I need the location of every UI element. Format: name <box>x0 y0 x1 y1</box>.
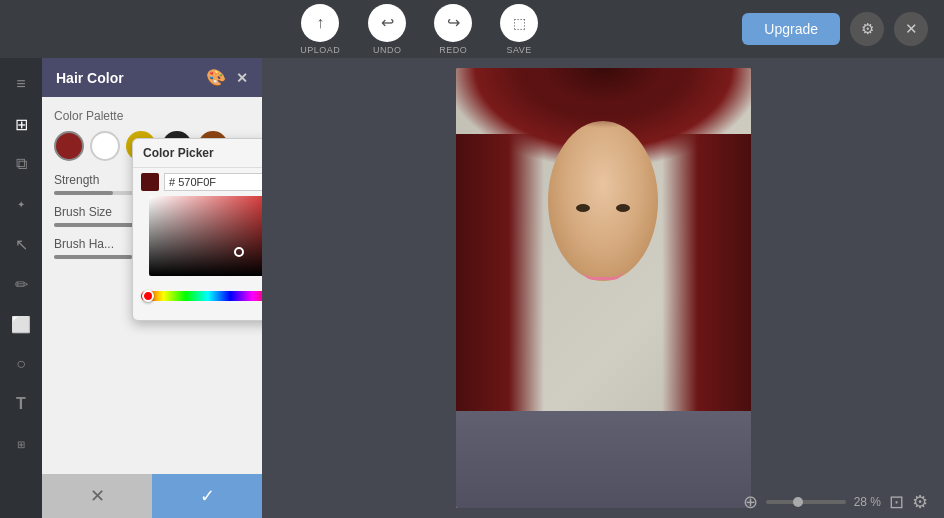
hair-color-icon: 🎨 <box>206 68 226 87</box>
top-bar: ↑ UPLOAD ↩ UNDO ↪ REDO ⬚ SAVE Upgrade ⚙ <box>0 0 944 58</box>
gradient-dark <box>149 196 262 276</box>
redo-action[interactable]: ↪ REDO <box>434 4 472 55</box>
color-palette-label: Color Palette <box>54 109 250 123</box>
cp-hex-row: ✐ / <box>133 168 262 196</box>
brush-icon: ✏ <box>15 275 28 294</box>
upgrade-button[interactable]: Upgrade <box>742 13 840 45</box>
sidebar-icon-text[interactable]: T <box>3 386 39 422</box>
undo-icon: ↩ <box>381 13 394 32</box>
cp-gradient-wrapper <box>133 196 262 276</box>
confirm-icon: ✓ <box>200 485 215 507</box>
effects-icon: ✦ <box>17 199 25 210</box>
close-button[interactable]: ✕ <box>894 12 928 46</box>
cp-hue-row <box>133 280 262 312</box>
sidebar-icon-layers[interactable]: ⧉ <box>3 146 39 182</box>
close-icon: ✕ <box>905 20 918 38</box>
redo-label: REDO <box>439 45 467 55</box>
cp-hex-input[interactable] <box>164 173 262 191</box>
cp-header: Color Picker ✕ <box>133 139 262 168</box>
upload-action[interactable]: ↑ UPLOAD <box>300 4 340 55</box>
cursor-icon: ↖ <box>15 235 28 254</box>
cp-title: Color Picker <box>143 146 214 160</box>
sidebar-icon-cursor[interactable]: ↖ <box>3 226 39 262</box>
top-bar-right: Upgrade ⚙ ✕ <box>742 12 928 46</box>
cp-gradient-area[interactable] <box>149 196 262 276</box>
fit-icon[interactable]: ⊡ <box>889 491 904 513</box>
canvas-area: ⊕ 28 % ⊡ ⚙ <box>262 58 944 518</box>
stickers-icon: ⊞ <box>17 439 25 450</box>
sidebar-icon-menu[interactable]: ≡ <box>3 66 39 102</box>
settings-button[interactable]: ⚙ <box>850 12 884 46</box>
grid-icon: ⊞ <box>15 115 28 134</box>
top-bar-actions: ↑ UPLOAD ↩ UNDO ↪ REDO ⬚ SAVE <box>300 4 538 55</box>
redo-icon: ↪ <box>447 13 460 32</box>
color-swatch-0[interactable] <box>54 131 84 161</box>
save-label: SAVE <box>506 45 531 55</box>
cancel-button[interactable]: ✕ <box>42 474 152 518</box>
sidebar-icon-brush[interactable]: ✏ <box>3 266 39 302</box>
zoom-percent: 28 % <box>854 495 881 509</box>
upload-button[interactable]: ↑ <box>301 4 339 42</box>
brush-hardness-fill <box>54 255 132 259</box>
cp-gradient-canvas <box>149 196 262 276</box>
panel: Hair Color 🎨 ✕ Color Palette Strength <box>42 58 262 518</box>
panel-title: Hair Color <box>56 70 124 86</box>
menu-icon: ≡ <box>16 75 25 93</box>
redo-button[interactable]: ↪ <box>434 4 472 42</box>
canvas-settings-icon[interactable]: ⚙ <box>912 491 928 513</box>
color-swatch-1[interactable] <box>90 131 120 161</box>
undo-button[interactable]: ↩ <box>368 4 406 42</box>
layers-icon: ⧉ <box>16 155 27 173</box>
upload-label: UPLOAD <box>300 45 340 55</box>
sidebar-icon-grid[interactable]: ⊞ <box>3 106 39 142</box>
save-icon: ⬚ <box>513 15 526 31</box>
photo-eyes <box>563 200 643 216</box>
sidebar-icon-stickers[interactable]: ⊞ <box>3 426 39 462</box>
zoom-slider[interactable] <box>766 500 846 504</box>
shapes-icon: ○ <box>16 355 26 373</box>
strength-fill <box>54 191 113 195</box>
panel-close-icon[interactable]: ✕ <box>236 70 248 86</box>
confirm-button[interactable]: ✓ <box>152 474 262 518</box>
undo-action[interactable]: ↩ UNDO <box>368 4 406 55</box>
save-action[interactable]: ⬚ SAVE <box>500 4 538 55</box>
text-icon: T <box>16 395 26 413</box>
sidebar-icon-frame[interactable]: ⬜ <box>3 306 39 342</box>
upload-icon: ↑ <box>316 14 324 32</box>
undo-label: UNDO <box>373 45 402 55</box>
photo-container <box>456 68 751 508</box>
panel-header: Hair Color 🎨 ✕ <box>42 58 262 97</box>
photo-smile <box>583 270 623 280</box>
cp-color-preview <box>141 173 159 191</box>
zoom-in-icon[interactable]: ⊕ <box>743 491 758 513</box>
cp-hue-slider[interactable] <box>141 291 262 301</box>
color-picker-popup: Color Picker ✕ ✐ / <box>132 138 262 321</box>
bottom-bar: ⊕ 28 % ⊡ ⚙ <box>262 486 944 518</box>
panel-buttons: ✕ ✓ <box>42 474 262 518</box>
main-content: ≡ ⊞ ⧉ ✦ ↖ ✏ ⬜ ○ T ⊞ Hair Color 🎨 ✕ Color… <box>0 58 944 518</box>
left-sidebar: ≡ ⊞ ⧉ ✦ ↖ ✏ ⬜ ○ T ⊞ <box>0 58 42 518</box>
zoom-slider-thumb <box>793 497 803 507</box>
frame-icon: ⬜ <box>11 315 31 334</box>
cp-hue-thumb <box>142 290 154 302</box>
sidebar-icon-effects[interactable]: ✦ <box>3 186 39 222</box>
photo-hair-front <box>456 68 751 178</box>
save-button[interactable]: ⬚ <box>500 4 538 42</box>
cancel-icon: ✕ <box>90 485 105 507</box>
settings-icon: ⚙ <box>861 20 874 38</box>
sidebar-icon-shapes[interactable]: ○ <box>3 346 39 382</box>
